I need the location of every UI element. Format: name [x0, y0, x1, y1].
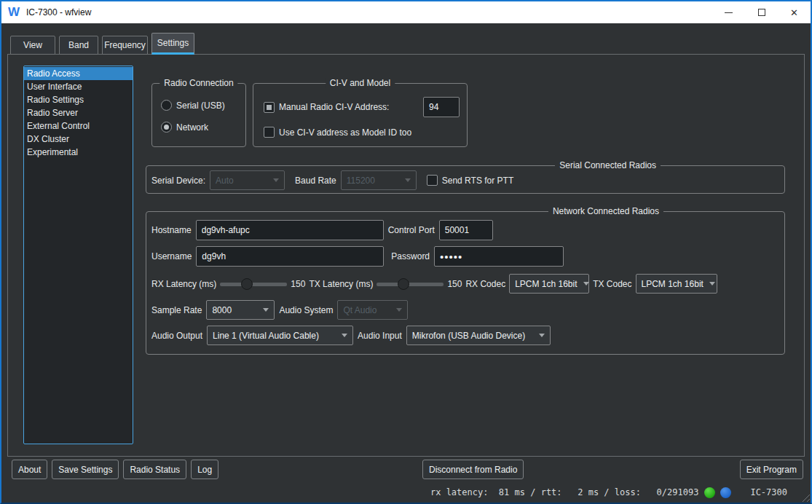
password-input[interactable] — [434, 246, 564, 267]
rx-codec-label: RX Codec — [465, 279, 505, 289]
baud-rate-label: Baud Rate — [295, 176, 336, 186]
tab-view[interactable]: View — [10, 36, 55, 55]
audio-system-select[interactable]: Qt Audio — [337, 300, 408, 320]
audio-input-select[interactable]: Mikrofon (USB Audio Device) — [406, 326, 551, 345]
rx-codec-select[interactable]: LPCM 1ch 16bit — [509, 274, 589, 294]
chevron-down-icon — [405, 178, 411, 182]
model-id-checkbox[interactable] — [264, 127, 275, 138]
network-radios-group: Network Connected Radios Hostname Contro… — [146, 211, 785, 355]
chevron-down-icon — [709, 282, 715, 286]
log-button[interactable]: Log — [191, 460, 218, 479]
sample-rate-label: Sample Rate — [151, 305, 202, 315]
app-logo-icon: W — [4, 5, 23, 20]
password-label: Password — [391, 251, 430, 261]
close-icon: ✕ — [790, 8, 798, 17]
hostname-label: Hostname — [151, 225, 192, 235]
serial-radios-group: Serial Connected Radios Serial Device: A… — [146, 165, 785, 194]
serial-usb-option[interactable]: Serial (USB) — [161, 100, 245, 111]
save-settings-button[interactable]: Save Settings — [52, 460, 119, 479]
title-bar: W IC-7300 - wfview ✕ — [1, 1, 811, 23]
sidebar-item-user-interface[interactable]: User Interface — [24, 80, 133, 93]
chevron-down-icon — [342, 334, 347, 337]
tx-latency-value: 150 — [447, 279, 462, 289]
sidebar-item-dx-cluster[interactable]: DX Cluster — [24, 133, 133, 146]
network-radio[interactable] — [161, 122, 172, 133]
sidebar-item-radio-access[interactable]: Radio Access — [24, 67, 133, 80]
tab-band[interactable]: Band — [59, 36, 98, 55]
username-input[interactable] — [196, 246, 384, 267]
serial-usb-radio[interactable] — [161, 100, 172, 111]
control-port-input[interactable] — [439, 220, 493, 240]
rx-latency-label: RX Latency (ms) — [151, 279, 216, 289]
sample-rate-select[interactable]: 8000 — [206, 300, 275, 320]
model-id-label: Use CI-V address as Model ID too — [279, 127, 411, 138]
settings-pane: Radio Access User Interface Radio Settin… — [7, 54, 805, 457]
maximize-icon — [758, 9, 765, 16]
sample-rate-value: 8000 — [212, 305, 232, 315]
chevron-down-icon — [539, 334, 545, 337]
footer-button-bar: About Save Settings Radio Status Log Dis… — [12, 460, 803, 480]
tx-codec-select[interactable]: LPCM 1ch 16bit — [636, 274, 717, 294]
settings-category-list: Radio Access User Interface Radio Settin… — [23, 66, 133, 444]
chevron-down-icon — [583, 282, 589, 286]
footer-left-buttons: About Save Settings Radio Status Log — [12, 460, 218, 479]
sidebar-item-radio-settings[interactable]: Radio Settings — [24, 93, 133, 106]
radio-status-button[interactable]: Radio Status — [123, 460, 186, 479]
sidebar-item-external-control[interactable]: External Control — [24, 119, 133, 133]
close-button[interactable]: ✕ — [778, 1, 811, 23]
audio-input-label: Audio Input — [358, 331, 402, 341]
send-rts-label: Send RTS for PTT — [442, 176, 513, 186]
serial-device-label: Serial Device: — [151, 176, 205, 186]
audio-output-select[interactable]: Line 1 (Virtual Audio Cable) — [207, 326, 353, 345]
chevron-down-icon — [263, 308, 269, 312]
tx-codec-label: TX Codec — [593, 279, 631, 289]
latency-status-text: rx latency: 81 ms / rtt: 2 ms / loss: 0/… — [430, 487, 698, 497]
tx-codec-value: LPCM 1ch 16bit — [642, 279, 703, 289]
audio-system-value: Qt Audio — [343, 305, 377, 315]
slider-handle[interactable] — [398, 278, 409, 290]
group-title: Radio Connection — [159, 78, 237, 88]
audio-output-label: Audio Output — [151, 331, 202, 341]
exit-program-button[interactable]: Exit Program — [740, 460, 803, 479]
slider-handle[interactable] — [241, 278, 253, 290]
tx-latency-slider[interactable] — [377, 277, 444, 291]
serial-device-select[interactable]: Auto — [210, 170, 285, 190]
rx-latency-slider[interactable] — [220, 277, 287, 291]
audio-output-value: Line 1 (Virtual Audio Cable) — [213, 331, 319, 341]
tab-frequency[interactable]: Frequency — [102, 36, 148, 55]
disconnect-button[interactable]: Disconnect from Radio — [422, 460, 524, 479]
chevron-down-icon — [396, 308, 402, 312]
tx-latency-label: TX Latency (ms) — [309, 279, 373, 289]
maximize-button[interactable] — [745, 1, 778, 23]
chevron-down-icon — [273, 178, 279, 182]
baud-rate-value: 115200 — [347, 176, 375, 186]
rx-latency-value: 150 — [291, 279, 305, 289]
username-label: Username — [151, 251, 192, 261]
slider-groove — [377, 283, 444, 286]
group-title: CI-V and Model — [326, 78, 395, 88]
minimize-icon — [725, 12, 733, 13]
civ-model-group: CI-V and Model Manual Radio CI-V Address… — [253, 83, 468, 147]
status-bar: rx latency: 81 ms / rtt: 2 ms / loss: 0/… — [1, 482, 811, 503]
baud-rate-select[interactable]: 115200 — [341, 170, 417, 190]
tab-settings[interactable]: Settings — [151, 33, 194, 55]
civ-address-input[interactable] — [423, 97, 460, 117]
manual-civ-checkbox[interactable] — [264, 102, 275, 113]
sidebar-item-experimental[interactable]: Experimental — [24, 146, 133, 159]
slider-groove — [220, 283, 287, 286]
about-button[interactable]: About — [12, 460, 47, 479]
minimize-button[interactable] — [712, 1, 745, 23]
serial-usb-label: Serial (USB) — [176, 101, 225, 111]
window-title: IC-7300 - wfview — [26, 7, 712, 17]
group-title: Serial Connected Radios — [555, 160, 661, 170]
network-option[interactable]: Network — [161, 122, 245, 133]
network-label: Network — [176, 122, 208, 133]
audio-input-value: Mikrofon (USB Audio Device) — [412, 331, 525, 341]
send-rts-checkbox[interactable] — [427, 175, 438, 186]
rx-status-led-icon — [704, 487, 715, 498]
tx-status-led-icon — [720, 487, 731, 498]
control-port-label: Control Port — [388, 225, 435, 235]
sidebar-item-radio-server[interactable]: Radio Server — [24, 106, 133, 119]
radio-connection-group: Radio Connection Serial (USB) Network — [151, 83, 246, 147]
hostname-input[interactable] — [196, 220, 384, 240]
